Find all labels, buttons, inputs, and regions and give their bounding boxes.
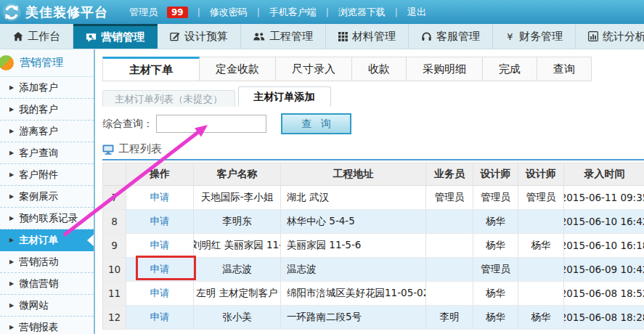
sidebar-item-label: 主材订单 bbox=[19, 234, 58, 247]
triangle-bullet-icon: ▶ bbox=[9, 171, 14, 178]
home-icon bbox=[13, 31, 23, 41]
row-number-cell: 8 bbox=[103, 210, 126, 234]
search-input[interactable] bbox=[156, 115, 266, 133]
table-cell: 湖北 武汉 bbox=[281, 186, 426, 210]
nav-item-label: 工程管理 bbox=[269, 30, 313, 44]
nav-item-workbench[interactable]: 工作台 bbox=[0, 24, 73, 49]
sidebar-item-micro-site[interactable]: ▶微网站 bbox=[0, 295, 94, 317]
sidebar-item-label: 添加客户 bbox=[19, 81, 58, 94]
table-header-row: 操作客户名称工程地址业务员设计师设计师录入时间 bbox=[103, 163, 644, 186]
table-cell: 绵阳市涪城区美好花园11-05-02 bbox=[281, 282, 426, 306]
notification-badge[interactable]: 99 bbox=[167, 7, 188, 18]
table-cell: 李明东 bbox=[194, 210, 281, 234]
sidebar-title: 营销管理 bbox=[20, 56, 63, 70]
nav-item-stats[interactable]: 统计分析 bbox=[576, 24, 644, 49]
triangle-bullet-icon: ▶ bbox=[9, 150, 14, 156]
topbar-link-logout[interactable]: 退出 bbox=[407, 6, 426, 19]
apply-link[interactable]: 申请 bbox=[150, 191, 170, 204]
main-nav: 工作台营销管理设计预算工程管理材料管理客服管理¥财务管理统计分析 bbox=[0, 24, 644, 49]
grid-icon bbox=[338, 32, 348, 41]
sidebar-item-floating-customers[interactable]: ▶游离客户 bbox=[0, 121, 94, 142]
table-header-cell: 设计师 bbox=[473, 163, 518, 186]
row-number-cell: 12 bbox=[103, 306, 126, 330]
nav-item-finance[interactable]: ¥财务管理 bbox=[493, 24, 576, 49]
table-cell: 杨华 bbox=[518, 234, 564, 258]
sidebar-item-customer-search[interactable]: ▶客户查询 bbox=[0, 142, 94, 164]
users-icon bbox=[253, 32, 265, 41]
triangle-bullet-icon: ▶ bbox=[9, 215, 14, 221]
table-cell: 2015-06-11 09:35 bbox=[564, 186, 644, 210]
topbar-link-change-password[interactable]: 修改密码 bbox=[210, 6, 248, 19]
nav-item-design-budget[interactable]: 设计预算 bbox=[158, 24, 241, 49]
table-cell: 2015-06-08 18:52 bbox=[564, 282, 644, 306]
active-notch-icon bbox=[87, 235, 94, 246]
table-cell: 杨华 bbox=[473, 234, 518, 258]
subtab-order-list[interactable]: 主材订单列表（未提交） bbox=[102, 90, 235, 107]
table-cell: 美丽家园 11-5-6 bbox=[281, 234, 426, 258]
table-cell: 天地国际-李小姐 bbox=[194, 186, 281, 210]
topbar-link-browser-download[interactable]: 浏览器下载 bbox=[338, 6, 386, 19]
table-cell: 张小美 bbox=[194, 306, 281, 330]
main-content: 主材下单定金收款尺寸录入收款采购明细完成查询 主材订单列表（未提交）主材订单添加… bbox=[95, 49, 644, 334]
row-number-cell: 7 bbox=[103, 186, 126, 210]
subtab-order-add[interactable]: 主材订单添加 bbox=[238, 86, 331, 107]
svg-text:¥: ¥ bbox=[507, 31, 513, 41]
sidebar-item-label: 预约联系记录 bbox=[19, 212, 78, 225]
table-cell: 管理员 bbox=[518, 186, 564, 210]
table-header-cell: 设计师 bbox=[518, 163, 564, 186]
sidebar-item-label: 客户查询 bbox=[19, 147, 58, 160]
apply-link[interactable]: 申请 bbox=[150, 215, 170, 228]
sidebar-item-wechat-marketing[interactable]: ▶微信营销 bbox=[0, 273, 94, 295]
tab-query[interactable]: 查询 bbox=[537, 57, 591, 81]
sidebar-item-material-orders[interactable]: ▶主材订单 bbox=[0, 229, 94, 251]
brand-logo: 美佳装修平台 bbox=[0, 3, 129, 22]
sidebar-item-marketing-activities[interactable]: ▶营销活动 bbox=[0, 251, 94, 273]
tab-complete[interactable]: 完成 bbox=[483, 57, 537, 81]
nav-item-service[interactable]: 客服管理 bbox=[409, 24, 493, 49]
cycle-logo-icon bbox=[2, 3, 21, 22]
table-row: 8申请李明东林华中心 5-4-5杨华2015-06-10 16:42 bbox=[103, 210, 644, 234]
nav-item-label: 营销管理 bbox=[101, 30, 144, 44]
sidebar-item-add-customer[interactable]: ▶添加客户 bbox=[0, 77, 94, 99]
operation-cell: 申请 bbox=[126, 258, 194, 282]
table-cell: 2015-06-10 16:42 bbox=[564, 210, 644, 234]
chat-icon bbox=[86, 32, 97, 43]
topbar-separator: | bbox=[326, 7, 329, 17]
table-cell: 管理员 bbox=[473, 186, 518, 210]
section-title: 工程列表 bbox=[118, 142, 162, 156]
top-bar: 美佳装修平台 管理员 99 |修改密码|手机客户端|浏览器下载|退出 bbox=[0, 0, 644, 24]
nav-item-label: 统计分析 bbox=[603, 30, 644, 44]
search-label: 综合查询： bbox=[102, 118, 153, 131]
tab-order[interactable]: 主材下单 bbox=[102, 57, 200, 81]
apply-link[interactable]: 申请 bbox=[150, 239, 170, 252]
sidebar-item-my-customers[interactable]: ▶我的客户 bbox=[0, 99, 94, 121]
tab-deposit[interactable]: 定金收款 bbox=[200, 57, 276, 81]
triangle-bullet-icon: ▶ bbox=[9, 84, 14, 91]
table-cell: 2015-06-08 18:28 bbox=[564, 306, 644, 330]
apply-link[interactable]: 申请 bbox=[150, 311, 170, 324]
topbar-link-mobile-client[interactable]: 手机客户端 bbox=[269, 6, 317, 19]
nav-item-label: 财务管理 bbox=[519, 30, 563, 44]
sidebar-item-marketing-reports[interactable]: ▶营销报表 bbox=[0, 317, 94, 334]
project-table: 操作客户名称工程地址业务员设计师设计师录入时间7申请天地国际-李小姐湖北 武汉管… bbox=[102, 163, 644, 330]
table-cell: 杨华 bbox=[473, 210, 518, 234]
triangle-bullet-icon: ▶ bbox=[9, 193, 14, 200]
sub-tabs: 主材订单列表（未提交）主材订单添加 bbox=[102, 86, 644, 107]
sidebar-item-label: 微网站 bbox=[19, 299, 49, 312]
nav-item-marketing[interactable]: 营销管理 bbox=[73, 24, 158, 49]
tab-size-entry[interactable]: 尺寸录入 bbox=[276, 57, 352, 81]
apply-link[interactable]: 申请 bbox=[150, 287, 170, 300]
sidebar-item-case-display[interactable]: ▶案例展示 bbox=[0, 186, 94, 208]
sidebar-item-appointment-records[interactable]: ▶预约联系记录 bbox=[0, 208, 94, 229]
nav-item-project[interactable]: 工程管理 bbox=[241, 24, 326, 49]
search-button[interactable]: 查 询 bbox=[281, 113, 351, 134]
sidebar-item-label: 营销活动 bbox=[19, 256, 58, 269]
tab-payment[interactable]: 收款 bbox=[352, 57, 407, 81]
sidebar-module-icon bbox=[0, 55, 14, 70]
tab-purchase-detail[interactable]: 采购明细 bbox=[407, 57, 483, 81]
table-cell: 温志波 bbox=[194, 258, 281, 282]
operation-cell: 申请 bbox=[126, 186, 194, 210]
nav-item-material[interactable]: 材料管理 bbox=[326, 24, 409, 49]
apply-link[interactable]: 申请 bbox=[150, 263, 170, 276]
sidebar-item-customer-files[interactable]: ▶客户附件 bbox=[0, 164, 94, 186]
